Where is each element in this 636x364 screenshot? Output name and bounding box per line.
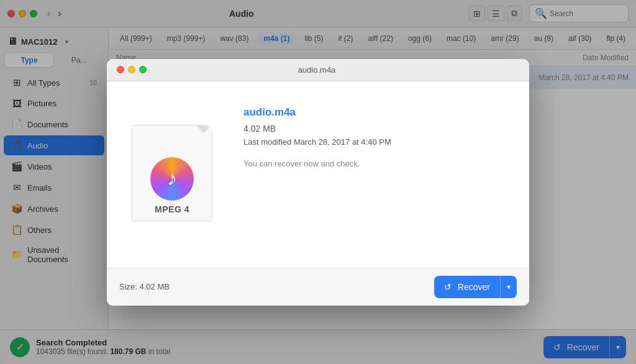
music-note-icon: ♪ <box>167 167 177 190</box>
music-icon-circle: ♪ <box>150 157 194 201</box>
file-icon: ♪ MPEG 4 <box>132 125 219 224</box>
modal-refresh-icon: ↺ <box>444 282 452 292</box>
file-info-area: audio.m4a 4.02 MB Last modified March 28… <box>243 100 511 249</box>
doc-label: MPEG 4 <box>155 204 189 214</box>
modal-footer: Size: 4.02 MB ↺ Recover ▾ <box>107 268 529 306</box>
file-icon-area: ♪ MPEG 4 <box>125 100 225 249</box>
modal-file-size: 4.02 MB <box>243 124 511 134</box>
doc-paper: ♪ MPEG 4 <box>132 125 212 221</box>
modal-footer-size: Size: 4.02 MB <box>119 282 170 291</box>
modal-recover-label: Recover <box>458 282 490 292</box>
modal-title: audio.m4a <box>114 65 519 75</box>
modal-file-hint: You can recover now and check. <box>243 159 511 168</box>
modal-file-modified: Last modified March 28, 2017 at 4:40 PM <box>243 137 511 147</box>
modal-title-bar: audio.m4a <box>107 59 529 81</box>
modal-file-name: audio.m4a <box>243 106 511 119</box>
modal-dialog: audio.m4a ♪ MPEG 4 au <box>107 59 529 306</box>
modal-recover-arrow[interactable]: ▾ <box>501 283 517 291</box>
modal-body: ♪ MPEG 4 audio.m4a 4.02 MB Last modified… <box>107 81 529 268</box>
modal-overlay: audio.m4a ♪ MPEG 4 au <box>0 0 636 364</box>
modal-recover-button[interactable]: ↺ Recover ▾ <box>434 276 517 298</box>
modal-recover-btn-text: ↺ Recover <box>434 282 500 292</box>
